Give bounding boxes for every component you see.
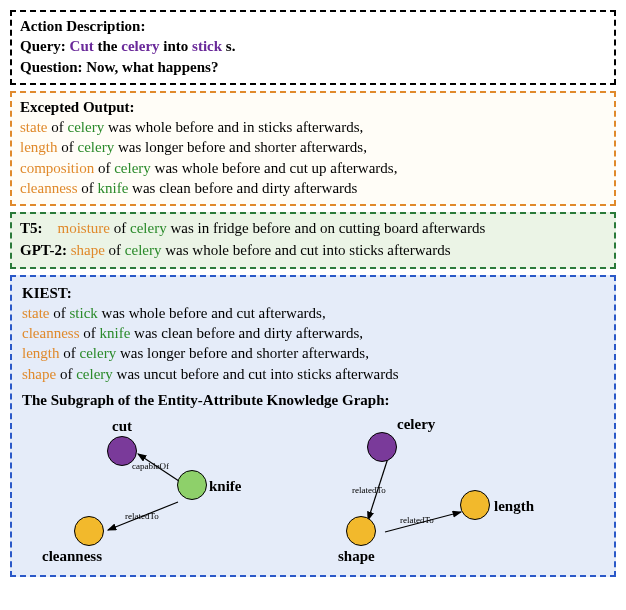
query-kw-celery: celery — [121, 38, 159, 54]
kiest-line: state of stick was whole before and cut … — [22, 303, 604, 323]
edge-label-relatedto: relatedTo — [400, 514, 434, 526]
node-shape — [346, 516, 376, 546]
knowledge-graph-area: capableOf relatedTo relatedTo relatedTo … — [22, 412, 604, 567]
node-knife: knife — [177, 470, 207, 500]
kiest-line: length of celery was longer before and s… — [22, 343, 604, 363]
node-cleanness-label: cleanness — [42, 546, 102, 566]
expected-output-panel: Excepted Output: state of celery was who… — [10, 91, 616, 206]
node-length — [460, 490, 490, 520]
expected-line: length of celery was longer before and s… — [20, 137, 606, 157]
gpt2-line: GPT-2: shape of celery was whole before … — [20, 240, 606, 260]
query-kw-stick: stick — [192, 38, 222, 54]
node-length-icon — [460, 490, 490, 520]
node-shape-icon — [346, 516, 376, 546]
expected-line: cleanness of knife was clean before and … — [20, 178, 606, 198]
node-cut-icon — [107, 436, 137, 466]
expected-heading: Excepted Output: — [20, 97, 606, 117]
action-question-line: Question: Now, what happens? — [20, 57, 606, 77]
expected-line: state of celery was whole before and in … — [20, 117, 606, 137]
kiest-heading: KIEST: — [22, 283, 604, 303]
baselines-panel: T5: moisture of celery was in fridge bef… — [10, 212, 616, 269]
action-heading: Action Description: — [20, 16, 606, 36]
node-celery-icon — [367, 432, 397, 462]
node-cleanness-icon — [74, 516, 104, 546]
subgraph-heading: The Subgraph of the Entity-Attribute Kno… — [22, 390, 604, 410]
kiest-line: shape of celery was uncut before and cut… — [22, 364, 604, 384]
action-description-panel: Action Description: Query: Cut the celer… — [10, 10, 616, 85]
gpt2-label: GPT-2: — [20, 242, 67, 258]
t5-line: T5: moisture of celery was in fridge bef… — [20, 218, 606, 238]
question-label: Question: — [20, 59, 83, 75]
query-kw-cut: Cut — [70, 38, 94, 54]
action-query-line: Query: Cut the celery into stick s. — [20, 36, 606, 56]
kiest-panel: KIEST: state of stick was whole before a… — [10, 275, 616, 578]
query-label: Query: — [20, 38, 66, 54]
expected-line: composition of celery was whole before a… — [20, 158, 606, 178]
node-celery: celery — [367, 416, 397, 462]
node-length-label: length — [494, 496, 534, 516]
kiest-line: cleanness of knife was clean before and … — [22, 323, 604, 343]
edge-label-relatedto: relatedTo — [352, 484, 386, 496]
node-knife-icon — [177, 470, 207, 500]
node-shape-label: shape — [338, 546, 375, 566]
edge-label-relatedto: relatedTo — [125, 510, 159, 522]
node-cut: cut — [107, 416, 137, 466]
t5-label: T5: — [20, 220, 43, 236]
node-cleanness — [74, 516, 104, 546]
edge-label-capableof: capableOf — [132, 460, 169, 472]
